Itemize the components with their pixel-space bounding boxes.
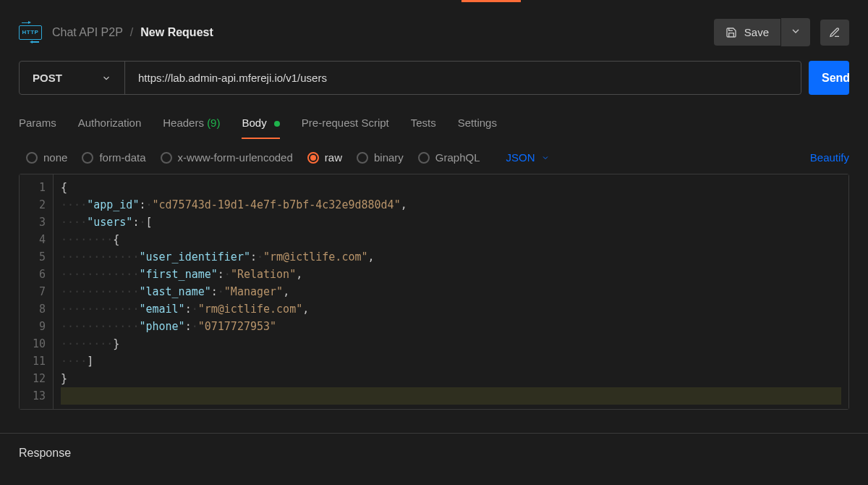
body-format-label: JSON (506, 151, 535, 164)
body-type-raw[interactable]: raw (307, 151, 342, 164)
breadcrumb: Chat API P2P / New Request (52, 26, 213, 39)
body-active-indicator (274, 121, 280, 127)
tab-prerequest[interactable]: Pre-request Script (302, 109, 389, 139)
radio-icon (82, 152, 93, 164)
tab-body[interactable]: Body (242, 109, 279, 139)
tab-authorization[interactable]: Authorization (78, 109, 142, 139)
url-input[interactable] (125, 62, 801, 94)
radio-icon (418, 152, 430, 164)
body-type-binary[interactable]: binary (357, 151, 404, 164)
radio-icon (307, 152, 319, 164)
tab-params[interactable]: Params (19, 109, 56, 139)
line-gutter: 12345678910111213 (20, 174, 54, 409)
save-dropdown-button[interactable] (781, 18, 810, 46)
pencil-icon (829, 27, 841, 38)
response-label: Response (19, 447, 71, 459)
headers-count: (9) (207, 117, 220, 129)
breadcrumb-request[interactable]: New Request (140, 26, 213, 39)
response-section-header[interactable]: Response (0, 433, 868, 473)
radio-icon (161, 152, 172, 164)
breadcrumb-collection[interactable]: Chat API P2P (52, 26, 123, 39)
body-type-none[interactable]: none (26, 151, 67, 164)
tab-tests[interactable]: Tests (411, 109, 436, 139)
breadcrumb-separator: / (130, 26, 133, 39)
method-value: POST (33, 72, 62, 84)
send-button[interactable]: Send (809, 61, 849, 95)
tab-headers-label: Headers (163, 117, 204, 129)
code-area[interactable]: { ····"app_id":·"cd75743d-19d1-4e7f-b7bf… (54, 174, 848, 409)
body-type-form-data[interactable]: form-data (82, 151, 145, 164)
save-label: Save (744, 26, 769, 38)
header-bar: HTTP Chat API P2P / New Request Save (0, 2, 868, 61)
tab-body-label: Body (242, 117, 266, 129)
method-select[interactable]: POST (20, 62, 125, 94)
chevron-down-icon (790, 25, 801, 37)
radio-icon (357, 152, 368, 164)
tab-headers[interactable]: Headers (9) (163, 109, 220, 139)
beautify-link[interactable]: Beautify (810, 151, 849, 164)
save-icon (726, 27, 737, 38)
body-type-urlencoded[interactable]: x-www-form-urlencoded (161, 151, 293, 164)
edit-button[interactable] (820, 20, 849, 46)
body-type-row: none form-data x-www-form-urlencoded raw… (0, 140, 868, 174)
body-type-graphql[interactable]: GraphQL (418, 151, 480, 164)
request-input-group: POST (19, 61, 801, 95)
request-tabs: Params Authorization Headers (9) Body Pr… (0, 105, 868, 140)
tab-settings[interactable]: Settings (458, 109, 497, 139)
chevron-down-icon (541, 153, 550, 162)
http-badge-icon: HTTP (19, 25, 42, 40)
body-format-select[interactable]: JSON (506, 151, 550, 164)
chevron-down-icon (101, 73, 111, 83)
radio-icon (26, 152, 38, 164)
save-button[interactable]: Save (714, 19, 780, 46)
body-editor[interactable]: 12345678910111213 { ····"app_id":·"cd757… (19, 174, 849, 410)
